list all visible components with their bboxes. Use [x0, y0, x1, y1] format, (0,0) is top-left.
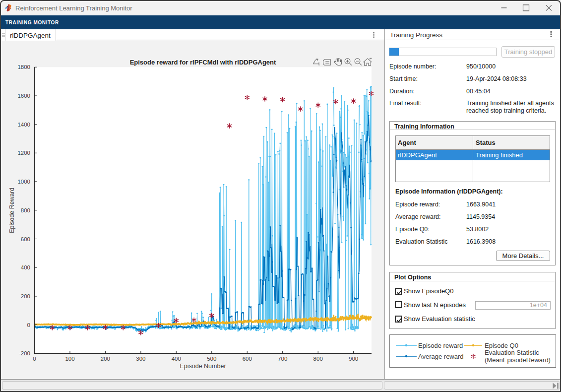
- svg-text:Average reward: Average reward: [418, 353, 464, 360]
- svg-text:1400: 1400: [17, 122, 30, 128]
- svg-text:Episode reward: Episode reward: [418, 342, 463, 349]
- svg-text:Episode Number: Episode Number: [180, 363, 226, 370]
- svg-text:1200: 1200: [17, 150, 30, 156]
- svg-text:(MeanEpisodeReward): (MeanEpisodeReward): [485, 356, 551, 364]
- svg-text:600: 600: [243, 356, 252, 362]
- svg-text:800: 800: [21, 207, 30, 213]
- svg-text:1000: 1000: [17, 179, 30, 185]
- svg-text:Episode Q0: Episode Q0: [485, 342, 518, 349]
- svg-text:Episode reward for rlPFCMdl wi: Episode reward for rlPFCMdl with rlDDPGA…: [130, 59, 276, 66]
- svg-text:800: 800: [313, 356, 323, 362]
- svg-text:600: 600: [21, 236, 30, 242]
- svg-text:400: 400: [172, 356, 181, 362]
- svg-text:Evaluation Statistic: Evaluation Statistic: [485, 349, 539, 356]
- svg-text:700: 700: [278, 356, 287, 362]
- svg-text:1600: 1600: [17, 93, 30, 99]
- svg-text:200: 200: [101, 356, 110, 362]
- svg-text:400: 400: [21, 264, 30, 270]
- svg-text:-200: -200: [19, 350, 30, 356]
- svg-text:200: 200: [21, 293, 30, 299]
- svg-text:1800: 1800: [17, 64, 30, 70]
- svg-text:0: 0: [33, 356, 36, 362]
- svg-text:900: 900: [349, 356, 358, 362]
- svg-text:300: 300: [136, 356, 145, 362]
- svg-text:500: 500: [207, 356, 216, 362]
- svg-text:Episode Reward: Episode Reward: [8, 188, 15, 233]
- svg-text:100: 100: [65, 356, 74, 362]
- svg-text:0: 0: [27, 322, 30, 328]
